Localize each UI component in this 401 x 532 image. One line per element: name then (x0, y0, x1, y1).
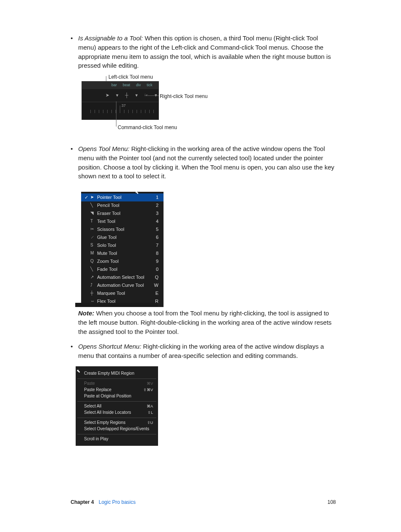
tool-name: Automation Curve Tool (97, 282, 152, 289)
menu-item-label: Select Overlapped Regions/Events (84, 426, 149, 432)
tool-shortcut: 1 (152, 194, 158, 201)
marquee-icon: ┼ (124, 93, 129, 98)
tool-icon: ╲ (90, 202, 97, 209)
menu-item-shortcut: ⌘A (147, 404, 153, 409)
bullet-opens-tool-menu: Opens Tool Menu: Right-clicking in the w… (71, 144, 336, 181)
ruler-number: 37 (121, 103, 126, 109)
menu-item-label: Scroll in Play (84, 436, 108, 442)
tool-menu-item[interactable]: ╲Pencil Tool2 (81, 201, 164, 209)
cursor-icon: ⬉ (77, 368, 80, 375)
shortcut-menu-item[interactable]: Scroll in Play (76, 436, 158, 442)
hdr-bar: bar (111, 82, 117, 88)
hdr-tick: tick (147, 82, 153, 88)
tool-menu-item[interactable]: TText Tool4 (81, 217, 164, 225)
page-footer: Chapter 4 Logic Pro basics 108 (71, 499, 336, 505)
shortcut-menu-item: Paste⌘V (76, 381, 158, 387)
figure-tool-menu-list: ✓➤Pointer Tool1╲Pencil Tool2◥Eraser Tool… (71, 187, 336, 309)
shortcut-menu-item[interactable]: Select All⌘A (76, 403, 158, 410)
tool-icon: ✂ (90, 226, 97, 233)
tool-icon: S (90, 242, 97, 249)
tool-shortcut: 3 (152, 210, 158, 217)
callout-line (145, 95, 159, 96)
menu-item-shortcut: ⌘V (147, 381, 153, 386)
tool-shortcut: 0 (152, 266, 158, 273)
figure-tool-menus: Left-click Tool menu bar beat div tick ➤… (77, 76, 253, 132)
page-body: Is Assignable to a Tool: When this optio… (71, 34, 336, 446)
bullet-opens-shortcut-menu: Opens Shortcut Menu: Right-clicking in t… (71, 342, 336, 360)
tool-shortcut: 8 (152, 250, 158, 257)
tool-menu: ✓➤Pointer Tool1╲Pencil Tool2◥Eraser Tool… (81, 192, 164, 307)
tool-shortcut: E (152, 290, 158, 297)
menu-item-label: Select All (84, 403, 101, 410)
tool-name: Automation Select Tool (97, 274, 152, 281)
page-number: 108 (327, 499, 336, 505)
tool-shortcut: Q (152, 274, 158, 281)
shortcut-menu-item[interactable]: Paste at Original Position (76, 393, 158, 400)
tool-shortcut: 7 (152, 242, 158, 249)
menu-item-label: Paste at Original Position (84, 393, 131, 400)
ruler: 37 (82, 102, 158, 119)
tool-menu-item[interactable]: MMute Tool8 (81, 249, 164, 257)
tool-name: Marquee Tool (97, 290, 152, 297)
tool-menu-item[interactable]: ◥Eraser Tool3 (81, 209, 164, 217)
shortcut-menu-item[interactable]: Select Empty Regions⇧U (76, 420, 158, 426)
tool-icon: ⤴ (90, 282, 97, 288)
note-text: When you choose a tool from the Tool men… (78, 310, 332, 335)
shortcut-menu-item[interactable]: Create Empty MIDI Region (76, 371, 158, 377)
tool-menu-item[interactable]: ⟋Glue Tool6 (81, 233, 164, 241)
shortcut-menu-item[interactable]: Paste Replace⇧⌘V (76, 387, 158, 393)
chevron-down-icon: ▾ (134, 93, 139, 98)
menu-item-shortcut: ⇧⌘V (143, 387, 153, 393)
shortcut-menu-item[interactable]: Select Overlapped Regions/Events (76, 426, 158, 432)
menu-item-label: Create Empty MIDI Region (84, 371, 135, 377)
hdr-div: div (136, 82, 141, 88)
tool-menu-item[interactable]: ╲Fade Tool0 (81, 265, 164, 273)
menu-separator (77, 378, 156, 379)
tool-shortcut: 5 (152, 226, 158, 233)
note-paragraph: Note: When you choose a tool from the To… (71, 309, 336, 336)
menu-separator (77, 418, 156, 418)
chapter-number: Chapter 4 (71, 499, 94, 505)
tool-name: Mute Tool (97, 250, 152, 257)
tool-name: Scissors Tool (97, 226, 152, 233)
bullet-label: Is Assignable to a Tool: (78, 34, 143, 42)
callout-left-click: Left-click Tool menu (108, 74, 153, 81)
note-label: Note: (78, 310, 94, 317)
tool-name: Fade Tool (97, 266, 152, 273)
menu-item-label: Paste (84, 381, 95, 387)
tool-shortcut: 6 (152, 234, 158, 241)
tool-name: Pointer Tool (97, 194, 152, 201)
bullet-label: Opens Tool Menu: (78, 145, 129, 152)
ruler-header: bar beat div tick (82, 82, 158, 89)
tool-menu-item[interactable]: ┼Marquee ToolE (81, 289, 164, 297)
tool-name: Eraser Tool (97, 210, 152, 217)
chapter-title: Logic Pro basics (99, 499, 136, 505)
tool-icon: ↗ (90, 274, 97, 281)
tool-icon: M (90, 250, 97, 257)
shortcut-menu: ⬉ Create Empty MIDI RegionPaste⌘VPaste R… (76, 366, 158, 446)
menu-item-label: Select All Inside Locators (84, 410, 131, 416)
tool-menu-item[interactable]: ↗Automation Select ToolQ (81, 273, 164, 281)
tool-menu-item[interactable]: ⤴Automation Curve ToolW (81, 281, 164, 289)
tool-shortcut: 4 (152, 218, 158, 225)
callout-command-click: Command-click Tool menu (118, 124, 177, 131)
tool-icon: ⟋ (90, 234, 97, 241)
tool-shortcut: 9 (152, 258, 158, 265)
tool-icon: T (90, 218, 97, 225)
callout-line (116, 101, 116, 127)
tool-icon: ➤ (90, 194, 97, 201)
menu-item-label: Select Empty Regions (84, 420, 125, 426)
tool-name: Text Tool (97, 218, 152, 225)
bullet-assignable: Is Assignable to a Tool: When this optio… (71, 34, 336, 70)
shortcut-menu-item[interactable]: Select All Inside Locators⇧L (76, 410, 158, 416)
check-icon: ✓ (84, 194, 90, 201)
tool-menu-item[interactable]: QZoom Tool9 (81, 257, 164, 265)
menu-item-shortcut: ⇧U (147, 420, 153, 426)
tool-menu-item[interactable]: SSolo Tool7 (81, 241, 164, 249)
tool-menu-item[interactable]: ✂Scissors Tool5 (81, 225, 164, 233)
callout-right-click: Right-click Tool menu (160, 93, 208, 100)
bullet-label: Opens Shortcut Menu: (78, 343, 141, 350)
hdr-beat: beat (123, 82, 130, 88)
tool-menu-item[interactable]: ✓➤Pointer Tool1 (81, 193, 164, 201)
tool-name: Pencil Tool (97, 202, 152, 209)
